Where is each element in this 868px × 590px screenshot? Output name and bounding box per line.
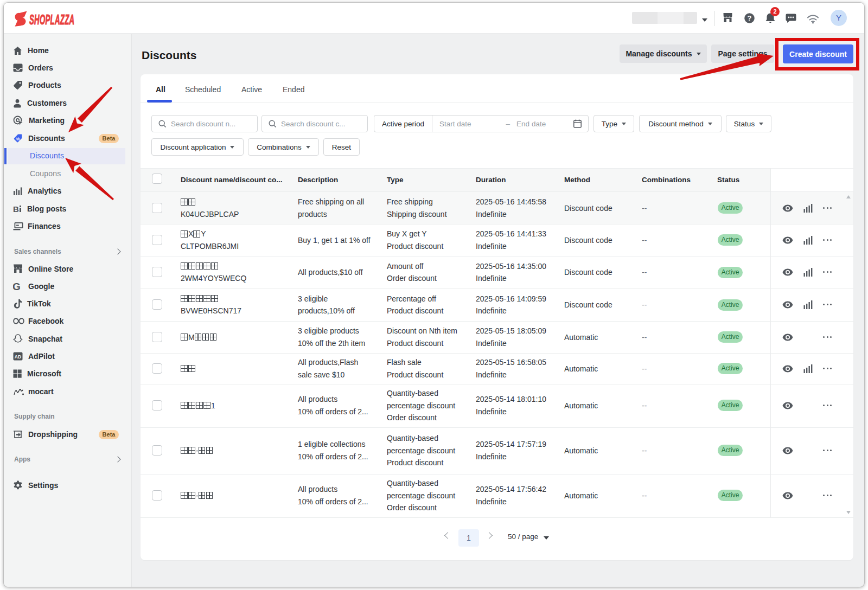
svg-text:?: ? xyxy=(748,14,752,22)
svg-text:B: B xyxy=(13,204,19,213)
svg-text:G: G xyxy=(13,281,21,291)
svg-text:%: % xyxy=(16,137,20,142)
svg-text:AD: AD xyxy=(15,354,21,360)
